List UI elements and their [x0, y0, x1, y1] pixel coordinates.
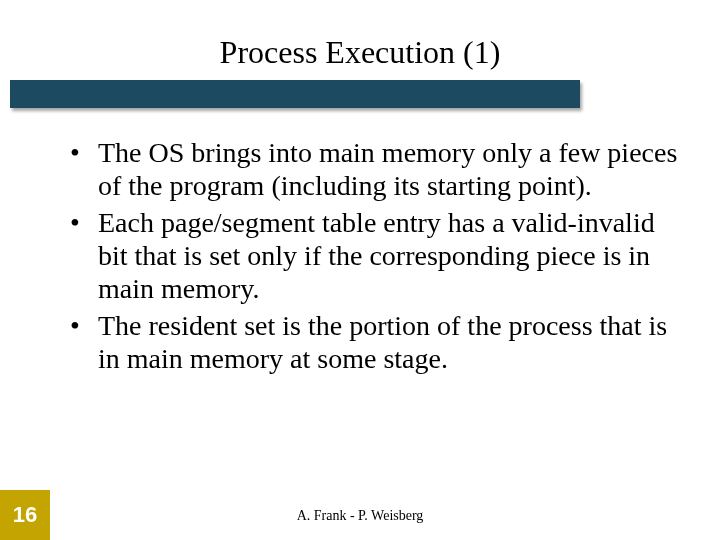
- bullet-item: Each page/segment table entry has a vali…: [62, 206, 680, 305]
- slide: Process Execution (1) The OS brings into…: [0, 0, 720, 540]
- slide-title: Process Execution (1): [220, 34, 501, 70]
- bullet-list: The OS brings into main memory only a fe…: [62, 136, 680, 375]
- title-area: Process Execution (1): [0, 34, 720, 71]
- bullet-item: The OS brings into main memory only a fe…: [62, 136, 680, 202]
- content-area: The OS brings into main memory only a fe…: [62, 136, 680, 379]
- footer-credit: A. Frank - P. Weisberg: [0, 508, 720, 524]
- bullet-item: The resident set is the portion of the p…: [62, 309, 680, 375]
- title-underline-bar: [10, 80, 580, 108]
